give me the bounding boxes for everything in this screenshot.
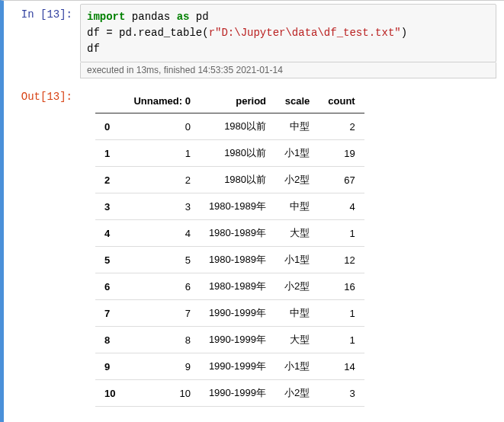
cell: 1 — [319, 300, 364, 327]
code-text: pd — [189, 11, 208, 23]
out-prompt: Out[13]: — [4, 86, 80, 407]
table-row: 661980-1989年小2型16 — [95, 273, 364, 300]
cell: 0 — [124, 113, 199, 140]
cell: 12 — [319, 247, 364, 273]
table-row: 551980-1989年小1型12 — [95, 247, 364, 273]
cell: 小2型 — [275, 273, 319, 300]
table-row: 001980以前中型2 — [95, 113, 364, 140]
execution-info: executed in 13ms, finished 14:53:35 2021… — [80, 62, 496, 78]
table-row: 771990-1999年中型1 — [95, 300, 364, 327]
cell: 1990-1999年 — [200, 353, 275, 380]
cell: 1990-1999年 — [200, 300, 275, 327]
code-text: pandas — [125, 11, 176, 23]
cell: 小1型 — [275, 247, 319, 273]
cell: 8 — [124, 327, 199, 353]
cell: 小1型 — [275, 140, 319, 167]
string-literal: r"D:\Jupyter\data\df_test.txt" — [209, 27, 401, 39]
cell: 中型 — [275, 300, 319, 327]
column-header — [95, 89, 124, 113]
cell: 2 — [319, 113, 364, 140]
cell: 10 — [124, 380, 199, 407]
cell: 小1型 — [275, 353, 319, 380]
cell: 3 — [319, 380, 364, 407]
cell: 7 — [124, 300, 199, 327]
cell: 1980以前 — [200, 167, 275, 193]
cell: 14 — [319, 353, 364, 380]
cell: 1980以前 — [200, 140, 275, 167]
input-content: import pandas as pd df = pd.read_table(r… — [80, 4, 504, 78]
table-row: 991990-1999年小1型14 — [95, 353, 364, 380]
cell: 4 — [319, 193, 364, 220]
cell: 67 — [319, 167, 364, 193]
table-row: 10101990-1999年小2型3 — [95, 380, 364, 407]
cell: 9 — [124, 353, 199, 380]
cell: 1980-1989年 — [200, 273, 275, 300]
table-row: 221980以前小2型67 — [95, 167, 364, 193]
row-index: 7 — [95, 300, 124, 327]
cell: 1980-1989年 — [200, 193, 275, 220]
cell: 中型 — [275, 113, 319, 140]
code-text: df — [87, 43, 100, 55]
output-content: Unnamed: 0periodscalecount 001980以前中型211… — [80, 86, 504, 407]
table-row: 111980以前小1型19 — [95, 140, 364, 167]
cell: 中型 — [275, 193, 319, 220]
code-text: ) — [401, 27, 407, 39]
row-index: 2 — [95, 167, 124, 193]
cell: 大型 — [275, 327, 319, 353]
cell: 1980以前 — [200, 113, 275, 140]
code-text: df = pd.read_table( — [87, 27, 209, 39]
cell: 6 — [124, 273, 199, 300]
cell: 小2型 — [275, 380, 319, 407]
dataframe-table: Unnamed: 0periodscalecount 001980以前中型211… — [95, 89, 364, 407]
row-index: 0 — [95, 113, 124, 140]
cell: 1 — [319, 327, 364, 353]
column-header: count — [319, 89, 364, 113]
cell: 1 — [319, 220, 364, 247]
cell: 4 — [124, 220, 199, 247]
table-body: 001980以前中型2111980以前小1型19221980以前小2型67331… — [95, 113, 364, 407]
cell: 3 — [124, 193, 199, 220]
column-header: Unnamed: 0 — [124, 89, 199, 113]
table-row: 881990-1999年大型1 — [95, 327, 364, 353]
table-row: 331980-1989年中型4 — [95, 193, 364, 220]
row-index: 4 — [95, 220, 124, 247]
cell: 1980-1989年 — [200, 247, 275, 273]
cell: 1 — [124, 140, 199, 167]
row-index: 6 — [95, 273, 124, 300]
cell: 5 — [124, 247, 199, 273]
cell: 2 — [124, 167, 199, 193]
row-index: 5 — [95, 247, 124, 273]
column-header: scale — [275, 89, 319, 113]
keyword-import: import — [87, 11, 125, 23]
row-index: 1 — [95, 140, 124, 167]
column-header: period — [200, 89, 275, 113]
cell: 19 — [319, 140, 364, 167]
table-header: Unnamed: 0periodscalecount — [95, 89, 364, 113]
code-area[interactable]: import pandas as pd df = pd.read_table(r… — [80, 4, 496, 62]
table-row: 441980-1989年大型1 — [95, 220, 364, 247]
input-cell: In [13]: import pandas as pd df = pd.rea… — [4, 1, 504, 78]
cell: 大型 — [275, 220, 319, 247]
cell: 小2型 — [275, 167, 319, 193]
row-index: 10 — [95, 380, 124, 407]
output-cell: Out[13]: Unnamed: 0periodscalecount 0019… — [4, 83, 504, 407]
cell: 1990-1999年 — [200, 380, 275, 407]
dataframe-wrapper: Unnamed: 0periodscalecount 001980以前中型211… — [80, 86, 496, 407]
cell: 1990-1999年 — [200, 327, 275, 353]
cell: 1980-1989年 — [200, 220, 275, 247]
keyword-as: as — [177, 11, 190, 23]
in-prompt: In [13]: — [4, 4, 80, 78]
cell: 16 — [319, 273, 364, 300]
row-index: 9 — [95, 353, 124, 380]
row-index: 8 — [95, 327, 124, 353]
row-index: 3 — [95, 193, 124, 220]
